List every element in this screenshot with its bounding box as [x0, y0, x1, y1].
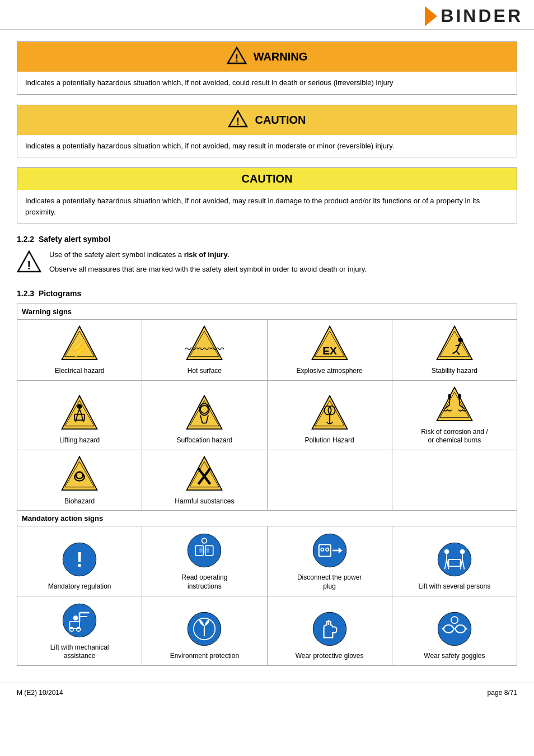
harmful-label: Harmful substances	[175, 497, 234, 506]
svg-point-72	[444, 549, 449, 554]
svg-point-90	[313, 612, 346, 646]
warning-header: ! WARNING	[17, 42, 517, 72]
mandatory-signs-label: Mandatory action signs	[17, 511, 517, 526]
stability-hazard-icon	[435, 324, 474, 363]
mandatory-regulation-icon: !	[60, 540, 99, 579]
section-123-title: 1.2.3 Pictograms	[17, 289, 517, 298]
footer-right: page 8/71	[488, 689, 517, 697]
disconnect-power-icon	[310, 531, 349, 570]
safety-alert-icon: !	[17, 250, 41, 274]
table-cell-disconnect: Disconnect the powerplug	[267, 526, 392, 596]
logo-arrow-icon	[425, 6, 437, 26]
warning-row-1: ⚡ Electrical hazard 〰〰〰 Hot surface	[17, 320, 517, 381]
pictogram-hot-surface: 〰〰〰 Hot surface	[144, 324, 264, 376]
page-footer: M (E2) 10/2014 page 8/71	[0, 683, 534, 702]
pollution-label: Pollution Hazard	[305, 436, 354, 445]
pictogram-environment: Environment protection	[144, 609, 264, 661]
warning-row-2: Lifting hazard Suffocation hazar	[17, 380, 517, 450]
caution-yellow-title: CAUTION	[241, 172, 292, 185]
gloves-label: Wear protective gloves	[296, 652, 364, 661]
svg-text:EX: EX	[322, 345, 337, 357]
section-122-title: 1.2.2 Safety alert symbol	[17, 235, 517, 244]
svg-text:!: !	[236, 116, 240, 127]
suffocation-hazard-icon	[185, 394, 224, 433]
table-cell-hot-surface: 〰〰〰 Hot surface	[142, 320, 267, 381]
pictogram-read-instructions: Read operatinginstructions	[144, 531, 264, 591]
table-cell-suffocation: Suffocation hazard	[142, 380, 267, 450]
mechanical-label: Lift with mechanicalassistance	[50, 643, 109, 661]
pictogram-lift-several: Lift with several persons	[395, 540, 514, 591]
lifting-label: Lifting hazard	[59, 436, 100, 445]
svg-text:⚡: ⚡	[69, 339, 91, 359]
caution-yellow-body: Indicates a potentially hazardous situat…	[17, 190, 517, 223]
table-cell-gloves: Wear protective gloves	[267, 596, 392, 665]
biohazard-icon	[60, 455, 99, 494]
pictogram-explosive: EX Explosive atmosphere	[270, 324, 390, 376]
wear-gloves-icon	[310, 609, 349, 648]
svg-text:!: !	[235, 53, 238, 64]
table-cell-empty-2	[392, 450, 517, 511]
pictogram-harmful: Harmful substances	[144, 455, 264, 506]
svg-text:〰〰〰: 〰〰〰	[185, 342, 224, 357]
safety-alert-section: ! Use of the safety alert symbol indicat…	[17, 249, 517, 278]
electrical-label: Electrical hazard	[55, 367, 105, 376]
read-instructions-label: Read operatinginstructions	[181, 573, 227, 591]
caution-orange-title: CAUTION	[255, 114, 306, 127]
mandatory-row-2: Lift with mechanicalassistance Environme…	[17, 596, 517, 665]
footer-left: M (E2) 10/2014	[17, 689, 63, 697]
harmful-substances-icon	[185, 455, 224, 494]
warning-triangle-icon: !	[227, 46, 247, 67]
logo: BINDER	[425, 6, 523, 26]
safety-text-2: Observe all measures that are marked wit…	[49, 264, 367, 275]
biohazard-label: Biohazard	[64, 497, 95, 506]
environment-label: Environment protection	[170, 652, 239, 661]
table-cell-lifting: Lifting hazard	[17, 380, 142, 450]
svg-point-45	[458, 393, 461, 398]
table-cell-read-instructions: Read operatinginstructions	[142, 526, 267, 596]
mandatory-signs-header-row: Mandatory action signs	[17, 511, 517, 526]
table-cell-mechanical: Lift with mechanicalassistance	[17, 596, 142, 665]
lift-several-label: Lift with several persons	[419, 582, 491, 591]
svg-point-88	[73, 615, 78, 620]
table-cell-pollution: Pollution Hazard	[267, 380, 392, 450]
explosive-label: Explosive atmosphere	[297, 367, 363, 376]
suffocation-label: Suffocation hazard	[176, 436, 232, 445]
warning-signs-label: Warning signs	[17, 304, 517, 320]
svg-text:!: !	[27, 258, 31, 272]
caution-orange-header: ! CAUTION	[17, 105, 517, 135]
svg-point-24	[77, 404, 82, 409]
read-instructions-icon	[185, 531, 224, 570]
table-cell-biohazard: Biohazard	[17, 450, 142, 511]
corrosion-label: Risk of corrosion and /or chemical burns	[421, 428, 488, 445]
corrosion-hazard-icon	[435, 385, 474, 424]
safety-alert-text: Use of the safety alert symbol indicates…	[49, 249, 367, 278]
pictogram-biohazard: Biohazard	[20, 455, 139, 506]
caution-yellow-header: CAUTION	[17, 168, 517, 190]
safety-text-1: Use of the safety alert symbol indicates…	[49, 249, 367, 260]
pollution-hazard-icon	[310, 394, 349, 433]
pictograms-table: Warning signs ⚡ Electrical hazard	[17, 304, 517, 666]
svg-point-73	[460, 549, 465, 554]
pictogram-suffocation: Suffocation hazard	[144, 394, 264, 445]
pictogram-gloves: Wear protective gloves	[270, 609, 390, 661]
electrical-hazard-icon: ⚡	[60, 324, 99, 363]
environment-protection-icon	[185, 609, 224, 648]
mandatory-reg-label: Mandatory regulation	[48, 582, 111, 591]
goggles-label: Wear safety goggles	[424, 652, 485, 661]
stability-label: Stability hazard	[432, 367, 477, 376]
table-cell-mandatory-reg: ! Mandatory regulation	[17, 526, 142, 596]
mandatory-row-1: ! Mandatory regulation	[17, 526, 517, 596]
warning-row-3: Biohazard Harmful substances	[17, 450, 517, 511]
table-cell-explosive: EX Explosive atmosphere	[267, 320, 392, 381]
disconnect-label: Disconnect the powerplug	[297, 573, 362, 591]
pictogram-goggles: Wear safety goggles	[395, 609, 514, 661]
pictogram-mechanical: Lift with mechanicalassistance	[20, 601, 139, 661]
svg-text:!: !	[76, 548, 83, 571]
pictogram-lifting: Lifting hazard	[20, 394, 139, 445]
main-content: ! WARNING Indicates a potentially hazard…	[0, 30, 534, 677]
caution-yellow-box: CAUTION Indicates a potentially hazardou…	[17, 167, 517, 223]
svg-point-17	[458, 338, 463, 343]
logo-text: BINDER	[441, 6, 523, 26]
table-cell-stability: Stability hazard	[392, 320, 517, 381]
svg-point-44	[448, 393, 451, 398]
